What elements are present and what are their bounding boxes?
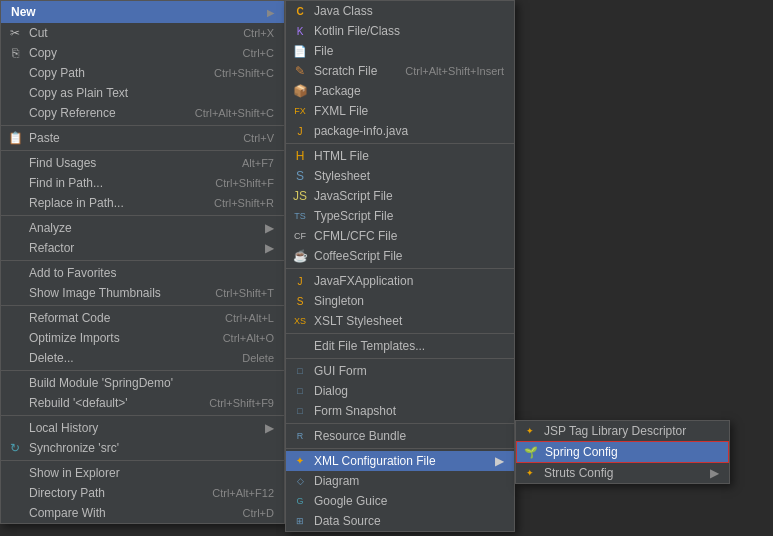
menu-item-file[interactable]: 📄 File bbox=[286, 41, 514, 61]
xml-config-icon: ✦ bbox=[292, 453, 308, 469]
context-menu-main: New ✂ Cut Ctrl+X ⎘ Copy Ctrl+C Copy Path… bbox=[0, 0, 285, 524]
menu-item-package[interactable]: 📦 Package bbox=[286, 81, 514, 101]
sep-new-5 bbox=[286, 423, 514, 424]
struts-icon: ✦ bbox=[522, 465, 538, 481]
separator-1 bbox=[1, 125, 284, 126]
copy-icon: ⎘ bbox=[7, 45, 23, 61]
menu-item-find-path[interactable]: Find in Path... Ctrl+Shift+F bbox=[1, 173, 284, 193]
menu-item-xslt[interactable]: XS XSLT Stylesheet bbox=[286, 311, 514, 331]
menu-item-google-guice[interactable]: G Google Guice bbox=[286, 491, 514, 511]
cut-icon: ✂ bbox=[7, 25, 23, 41]
separator-6 bbox=[1, 370, 284, 371]
menu-item-delete[interactable]: Delete... Delete bbox=[1, 348, 284, 368]
menu-item-find-usages[interactable]: Find Usages Alt+F7 bbox=[1, 153, 284, 173]
separator-3 bbox=[1, 215, 284, 216]
menu-item-cut[interactable]: ✂ Cut Ctrl+X bbox=[1, 23, 284, 43]
context-menu-xml: ✦ JSP Tag Library Descriptor 🌱 Spring Co… bbox=[515, 420, 730, 484]
dialog-icon: □ bbox=[292, 383, 308, 399]
cfml-icon: CF bbox=[292, 228, 308, 244]
menu-item-js[interactable]: JS JavaScript File bbox=[286, 186, 514, 206]
menu-item-singleton[interactable]: S Singleton bbox=[286, 291, 514, 311]
sync-icon: ↻ bbox=[7, 440, 23, 456]
menu-item-kotlin-class[interactable]: K Kotlin File/Class bbox=[286, 21, 514, 41]
menu-item-edit-templates[interactable]: Edit File Templates... bbox=[286, 336, 514, 356]
menu-item-copy-ref[interactable]: Copy Reference Ctrl+Alt+Shift+C bbox=[1, 103, 284, 123]
paste-icon: 📋 bbox=[7, 130, 23, 146]
spring-icon: 🌱 bbox=[523, 444, 539, 460]
menu-item-replace-path[interactable]: Replace in Path... Ctrl+Shift+R bbox=[1, 193, 284, 213]
menu-item-local-history[interactable]: Local History ▶ bbox=[1, 418, 284, 438]
sep-new-1 bbox=[286, 143, 514, 144]
menu-item-copy-plain[interactable]: Copy as Plain Text bbox=[1, 83, 284, 103]
package-icon: 📦 bbox=[292, 83, 308, 99]
stylesheet-icon: S bbox=[292, 168, 308, 184]
menu-item-build[interactable]: Build Module 'SpringDemo' bbox=[1, 373, 284, 393]
package-info-icon: J bbox=[292, 123, 308, 139]
menu-item-java-class[interactable]: C Java Class bbox=[286, 1, 514, 21]
menu-item-copy[interactable]: ⎘ Copy Ctrl+C bbox=[1, 43, 284, 63]
sep-new-3 bbox=[286, 333, 514, 334]
form-snap-icon: □ bbox=[292, 403, 308, 419]
menu-item-coffeescript[interactable]: ☕ CoffeeScript File bbox=[286, 246, 514, 266]
menu-item-fxml[interactable]: FX FXML File bbox=[286, 101, 514, 121]
html-icon: H bbox=[292, 148, 308, 164]
separator-4 bbox=[1, 260, 284, 261]
menu-item-data-source[interactable]: ⊞ Data Source bbox=[286, 511, 514, 531]
menu-item-gui-form[interactable]: □ GUI Form bbox=[286, 361, 514, 381]
menu-item-package-info[interactable]: J package-info.java bbox=[286, 121, 514, 141]
menu-item-optimize[interactable]: Optimize Imports Ctrl+Alt+O bbox=[1, 328, 284, 348]
menu-item-compare[interactable]: Compare With Ctrl+D bbox=[1, 503, 284, 523]
menu-item-form-snapshot[interactable]: □ Form Snapshot bbox=[286, 401, 514, 421]
sep-new-2 bbox=[286, 268, 514, 269]
separator-5 bbox=[1, 305, 284, 306]
menu-item-stylesheet[interactable]: S Stylesheet bbox=[286, 166, 514, 186]
menu-item-rebuild[interactable]: Rebuild '<default>' Ctrl+Shift+F9 bbox=[1, 393, 284, 413]
xml-config-arrow: ▶ bbox=[495, 454, 504, 468]
menu-item-copy-path[interactable]: Copy Path Ctrl+Shift+C bbox=[1, 63, 284, 83]
resource-icon: R bbox=[292, 428, 308, 444]
menu-item-synchronize[interactable]: ↻ Synchronize 'src' bbox=[1, 438, 284, 458]
separator-8 bbox=[1, 460, 284, 461]
jsp-icon: ✦ bbox=[522, 423, 538, 439]
context-menu-new: C Java Class K Kotlin File/Class 📄 File … bbox=[285, 0, 515, 532]
guice-icon: G bbox=[292, 493, 308, 509]
submenu-arrow bbox=[267, 5, 274, 19]
menu-item-javafx[interactable]: J JavaFXApplication bbox=[286, 271, 514, 291]
menu-item-resource-bundle[interactable]: R Resource Bundle bbox=[286, 426, 514, 446]
history-arrow: ▶ bbox=[265, 421, 274, 435]
menu-item-refactor[interactable]: Refactor ▶ bbox=[1, 238, 284, 258]
menu-item-paste[interactable]: 📋 Paste Ctrl+V bbox=[1, 128, 284, 148]
menu-item-cfml[interactable]: CF CFML/CFC File bbox=[286, 226, 514, 246]
scratch-icon: ✎ bbox=[292, 63, 308, 79]
menu-item-html[interactable]: H HTML File bbox=[286, 146, 514, 166]
menu-item-diagram[interactable]: ◇ Diagram bbox=[286, 471, 514, 491]
separator-2 bbox=[1, 150, 284, 151]
java-class-icon: C bbox=[292, 3, 308, 19]
menu-item-ts[interactable]: TS TypeScript File bbox=[286, 206, 514, 226]
struts-arrow: ▶ bbox=[710, 466, 719, 480]
menu-item-thumbnails[interactable]: Show Image Thumbnails Ctrl+Shift+T bbox=[1, 283, 284, 303]
gui-form-icon: □ bbox=[292, 363, 308, 379]
menu-item-reformat[interactable]: Reformat Code Ctrl+Alt+L bbox=[1, 308, 284, 328]
menu-item-dir-path[interactable]: Directory Path Ctrl+Alt+F12 bbox=[1, 483, 284, 503]
db-icon: ⊞ bbox=[292, 513, 308, 529]
kotlin-icon: K bbox=[292, 23, 308, 39]
menu-item-spring-config[interactable]: 🌱 Spring Config bbox=[516, 441, 729, 463]
menu-item-scratch[interactable]: ✎ Scratch File Ctrl+Alt+Shift+Insert bbox=[286, 61, 514, 81]
sep-new-6 bbox=[286, 448, 514, 449]
sep-new-4 bbox=[286, 358, 514, 359]
menu-item-add-favorites[interactable]: Add to Favorites bbox=[1, 263, 284, 283]
separator-7 bbox=[1, 415, 284, 416]
file-icon: 📄 bbox=[292, 43, 308, 59]
javafx-icon: J bbox=[292, 273, 308, 289]
analyze-arrow: ▶ bbox=[265, 221, 274, 235]
menu-item-dialog[interactable]: □ Dialog bbox=[286, 381, 514, 401]
menu-item-xml-config[interactable]: ✦ XML Configuration File ▶ bbox=[286, 451, 514, 471]
xslt-icon: XS bbox=[292, 313, 308, 329]
menu-item-jsp-tag[interactable]: ✦ JSP Tag Library Descriptor bbox=[516, 421, 729, 441]
js-icon: JS bbox=[292, 188, 308, 204]
menu-item-analyze[interactable]: Analyze ▶ bbox=[1, 218, 284, 238]
menu-item-show-explorer[interactable]: Show in Explorer bbox=[1, 463, 284, 483]
menu-item-struts-config[interactable]: ✦ Struts Config ▶ bbox=[516, 463, 729, 483]
coffee-icon: ☕ bbox=[292, 248, 308, 264]
